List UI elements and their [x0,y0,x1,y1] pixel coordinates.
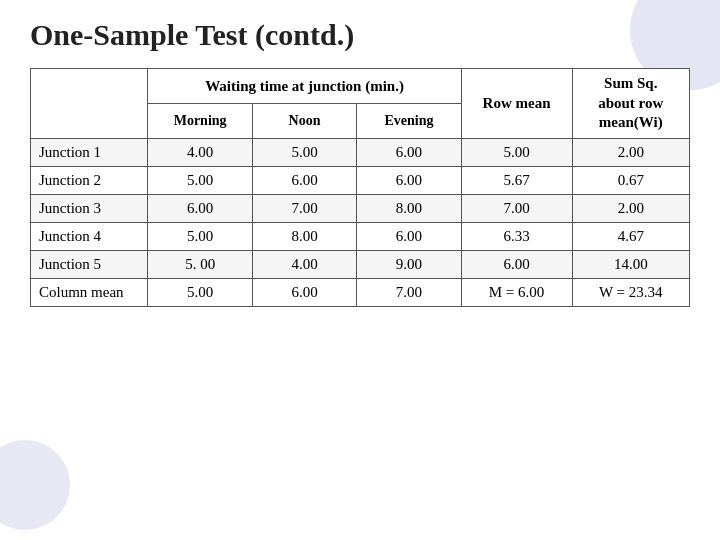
row-label: Junction 1 [31,138,148,166]
cell-row_mean: 6.00 [461,250,572,278]
cell-sum_sq: W = 23.34 [572,278,689,306]
cell-noon: 6.00 [252,278,356,306]
cell-noon: 4.00 [252,250,356,278]
cell-evening: 7.00 [357,278,461,306]
cell-noon: 6.00 [252,166,356,194]
sum-sq-line3: mean(Wi) [599,114,663,130]
cell-sum_sq: 2.00 [572,138,689,166]
cell-morning: 4.00 [148,138,252,166]
table-row: Junction 36.007.008.007.002.00 [31,194,690,222]
cell-row_mean: M = 6.00 [461,278,572,306]
row-label: Column mean [31,278,148,306]
cell-evening: 6.00 [357,222,461,250]
row-label: Junction 3 [31,194,148,222]
cell-row_mean: 5.67 [461,166,572,194]
header-empty [31,69,148,139]
cell-morning: 5.00 [148,166,252,194]
cell-noon: 7.00 [252,194,356,222]
cell-sum_sq: 4.67 [572,222,689,250]
cell-row_mean: 7.00 [461,194,572,222]
table-row: Junction 55. 004.009.006.0014.00 [31,250,690,278]
cell-noon: 5.00 [252,138,356,166]
header-evening: Evening [357,104,461,138]
cell-sum_sq: 14.00 [572,250,689,278]
cell-noon: 8.00 [252,222,356,250]
page-title: One-Sample Test (contd.) [30,18,690,52]
row-label: Junction 4 [31,222,148,250]
cell-sum_sq: 0.67 [572,166,689,194]
cell-row_mean: 6.33 [461,222,572,250]
table-wrapper: Waiting time at junction (min.) Row mean… [30,68,690,307]
header-waiting-time: Waiting time at junction (min.) [148,69,461,104]
table-row: Column mean5.006.007.00M = 6.00W = 23.34 [31,278,690,306]
cell-sum_sq: 2.00 [572,194,689,222]
header-morning: Morning [148,104,252,138]
sum-sq-line2: about row [598,95,663,111]
table-row: Junction 14.005.006.005.002.00 [31,138,690,166]
cell-morning: 5.00 [148,222,252,250]
cell-morning: 5. 00 [148,250,252,278]
sum-sq-line1: Sum Sq. [604,75,657,91]
table-row: Junction 45.008.006.006.334.67 [31,222,690,250]
decorative-circle-bottom [0,440,70,530]
data-table: Waiting time at junction (min.) Row mean… [30,68,690,307]
cell-morning: 6.00 [148,194,252,222]
header-noon: Noon [252,104,356,138]
header-sum-sq: Sum Sq. about row mean(Wi) [572,69,689,139]
header-row-mean: Row mean [461,69,572,139]
cell-morning: 5.00 [148,278,252,306]
cell-evening: 8.00 [357,194,461,222]
cell-evening: 6.00 [357,138,461,166]
page: One-Sample Test (contd.) Waiting time at… [0,0,720,540]
row-label: Junction 5 [31,250,148,278]
row-label: Junction 2 [31,166,148,194]
cell-evening: 9.00 [357,250,461,278]
table-row: Junction 25.006.006.005.670.67 [31,166,690,194]
cell-row_mean: 5.00 [461,138,572,166]
cell-evening: 6.00 [357,166,461,194]
